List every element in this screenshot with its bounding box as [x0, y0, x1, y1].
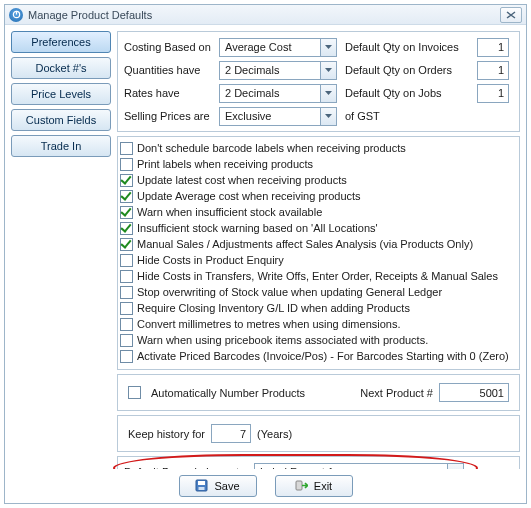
checkbox-label: Insufficient stock warning based on 'All…	[137, 222, 378, 234]
check-row: Hide Costs in Transfers, Write Offs, Ent…	[120, 268, 513, 284]
checkbox-label: Print labels when receiving products	[137, 158, 313, 170]
check-row: Insufficient stock warning based on 'All…	[120, 220, 513, 236]
sidebar-item-trade-in[interactable]: Trade In	[11, 135, 111, 157]
close-button[interactable]	[500, 7, 522, 23]
sidebar-item-price-levels[interactable]: Price Levels	[11, 83, 111, 105]
default-qty-jobs-label: Default Qty on Jobs	[345, 87, 477, 99]
checkbox[interactable]	[120, 158, 133, 171]
default-qty-invoices-label: Default Qty on Invoices	[345, 41, 477, 53]
history-panel: Keep history for (Years)	[117, 415, 520, 452]
checkbox-panel: Don't schedule barcode labels when recei…	[117, 136, 520, 370]
default-qty-jobs-input[interactable]	[477, 84, 509, 103]
auto-number-panel: Automatically Number Products Next Produ…	[117, 374, 520, 411]
checkbox[interactable]	[120, 174, 133, 187]
next-product-label: Next Product #	[360, 387, 433, 399]
save-button[interactable]: Save	[179, 475, 257, 497]
rates-have-label: Rates have	[124, 87, 219, 99]
svg-rect-3	[198, 481, 205, 485]
save-icon	[195, 479, 208, 494]
checkbox[interactable]	[120, 334, 133, 347]
checkbox-label: Update Average cost when receiving produ…	[137, 190, 361, 202]
checkbox[interactable]	[120, 222, 133, 235]
checkbox-label: Stop overwriting of Stock value when upd…	[137, 286, 442, 298]
checkbox[interactable]	[120, 350, 133, 363]
checkbox[interactable]	[120, 270, 133, 283]
default-barcode-layout-combo[interactable]: Label Format 1	[254, 463, 464, 470]
check-row: Require Closing Inventory G/L ID when ad…	[120, 300, 513, 316]
check-row: Update Average cost when receiving produ…	[120, 188, 513, 204]
chevron-down-icon	[320, 39, 336, 56]
checkbox-label: Convert millimetres to metres when using…	[137, 318, 401, 330]
checkbox-label: Activate Priced Barcodes (Invoice/Pos) -…	[137, 350, 509, 362]
check-row: Convert millimetres to metres when using…	[120, 316, 513, 332]
default-qty-invoices-input[interactable]	[477, 38, 509, 57]
top-settings-panel: Costing Based on Average Cost Default Qt…	[117, 31, 520, 132]
checkbox-label: Warn when using pricebook items associat…	[137, 334, 428, 346]
default-barcode-layout-label: Default Barcode Layout	[124, 466, 254, 469]
keep-history-input[interactable]	[211, 424, 251, 443]
dialog-window: Manage Product Defaults Preferences Dock…	[4, 4, 527, 504]
next-product-input[interactable]	[439, 383, 509, 402]
exit-button[interactable]: Exit	[275, 475, 353, 497]
auto-number-checkbox[interactable]	[128, 386, 141, 399]
check-row: Print labels when receiving products	[120, 156, 513, 172]
checkbox-label: Require Closing Inventory G/L ID when ad…	[137, 302, 410, 314]
chevron-down-icon	[320, 108, 336, 125]
check-row: Stop overwriting of Stock value when upd…	[120, 284, 513, 300]
default-qty-orders-label: Default Qty on Orders	[345, 64, 477, 76]
sidebar-item-custom-fields[interactable]: Custom Fields	[11, 109, 111, 131]
check-row: Update latest cost when receiving produc…	[120, 172, 513, 188]
default-qty-orders-input[interactable]	[477, 61, 509, 80]
of-gst-label: of GST	[345, 110, 380, 122]
checkbox-label: Don't schedule barcode labels when recei…	[137, 142, 406, 154]
costing-based-on-combo[interactable]: Average Cost	[219, 38, 337, 57]
svg-rect-4	[199, 487, 205, 490]
chevron-down-icon	[447, 464, 463, 470]
sidebar-item-docket[interactable]: Docket #'s	[11, 57, 111, 79]
footer: Save Exit	[5, 469, 526, 503]
selling-prices-are-label: Selling Prices are	[124, 110, 219, 122]
sidebar-item-preferences[interactable]: Preferences	[11, 31, 111, 53]
checkbox-label: Manual Sales / Adjustments affect Sales …	[137, 238, 473, 250]
rates-have-combo[interactable]: 2 Decimals	[219, 84, 337, 103]
svg-rect-5	[296, 481, 302, 490]
quantities-have-label: Quantities have	[124, 64, 219, 76]
barcode-panel: Default Barcode Layout Label Format 1 De…	[117, 456, 520, 469]
checkbox-label: Warn when insufficient stock available	[137, 206, 322, 218]
checkbox[interactable]	[120, 142, 133, 155]
checkbox[interactable]	[120, 302, 133, 315]
quantities-have-combo[interactable]: 2 Decimals	[219, 61, 337, 80]
costing-based-on-label: Costing Based on	[124, 41, 219, 53]
title-bar: Manage Product Defaults	[5, 5, 526, 25]
exit-icon	[295, 479, 308, 494]
checkbox[interactable]	[120, 254, 133, 267]
checkbox-label: Hide Costs in Transfers, Write Offs, Ent…	[137, 270, 498, 282]
check-row: Warn when using pricebook items associat…	[120, 332, 513, 348]
checkbox-label: Update latest cost when receiving produc…	[137, 174, 347, 186]
checkbox[interactable]	[120, 286, 133, 299]
app-icon	[9, 8, 23, 22]
check-row: Activate Priced Barcodes (Invoice/Pos) -…	[120, 348, 513, 364]
check-row: Hide Costs in Product Enquiry	[120, 252, 513, 268]
checkbox-label: Hide Costs in Product Enquiry	[137, 254, 284, 266]
window-title: Manage Product Defaults	[28, 9, 152, 21]
auto-number-label: Automatically Number Products	[151, 387, 305, 399]
years-label: (Years)	[257, 428, 292, 440]
check-row: Don't schedule barcode labels when recei…	[120, 140, 513, 156]
checkbox[interactable]	[120, 238, 133, 251]
checkbox[interactable]	[120, 190, 133, 203]
sidebar: Preferences Docket #'s Price Levels Cust…	[11, 31, 111, 469]
chevron-down-icon	[320, 85, 336, 102]
check-row: Manual Sales / Adjustments affect Sales …	[120, 236, 513, 252]
checkbox[interactable]	[120, 206, 133, 219]
keep-history-label: Keep history for	[128, 428, 205, 440]
chevron-down-icon	[320, 62, 336, 79]
selling-prices-combo[interactable]: Exclusive	[219, 107, 337, 126]
checkbox[interactable]	[120, 318, 133, 331]
check-row: Warn when insufficient stock available	[120, 204, 513, 220]
main-panel: Costing Based on Average Cost Default Qt…	[117, 31, 520, 469]
